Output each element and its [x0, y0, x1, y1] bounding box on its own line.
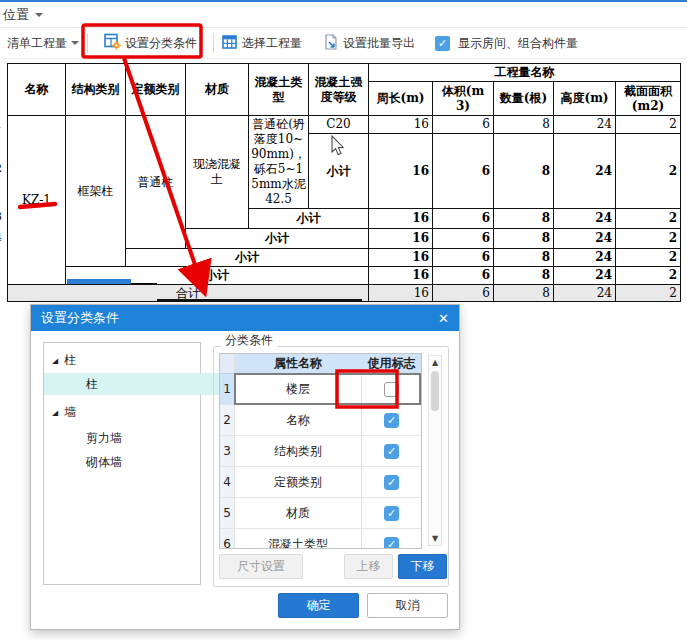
- scroll-down-icon[interactable]: ▼: [429, 534, 441, 543]
- cell-material: 现浇混凝土: [186, 116, 249, 229]
- attribute-grid-body: 1 楼层 ✓ 2 名称 ✓ 3 结构类别 ✓ 4 定额类别 ✓: [220, 374, 421, 549]
- row-number: 4: [220, 467, 235, 498]
- batch-export-button[interactable]: 设置批量导出: [318, 30, 421, 56]
- value-cell: 8: [494, 229, 554, 249]
- attribute-row[interactable]: 6 混凝土类型 ✓: [220, 529, 421, 549]
- value-cell: 8: [494, 249, 554, 267]
- value-cell: 8: [494, 285, 554, 302]
- use-flag-checkbox[interactable]: ✓: [384, 475, 399, 490]
- classification-grid-gear-icon: [104, 33, 121, 53]
- attribute-grid-header: 属性名称 使用标志: [220, 354, 421, 374]
- move-up-button[interactable]: 上移: [344, 554, 393, 579]
- col-header-material: 材质: [186, 64, 249, 116]
- subtotal-label: 小计: [249, 209, 369, 229]
- toolbar-divider: [213, 33, 214, 53]
- value-cell: 2: [616, 134, 681, 209]
- grid-scrollbar[interactable]: ▲ ▼: [428, 355, 442, 546]
- toolbar-divider-bottom: [0, 58, 687, 59]
- col-header-structure: 结构类别: [66, 64, 126, 116]
- window-accent-line: [0, 0, 687, 2]
- line-fragment: [131, 283, 157, 284]
- use-flag-checkbox[interactable]: ✓: [384, 506, 399, 521]
- set-classification-dialog: 设置分类条件 ✕ ◢ 柱 柱 ◢ 墙 剪力墙 砌体墙 分类条件: [30, 304, 460, 630]
- show-rooms-toggle[interactable]: ✓ 显示房间、组合构件量: [429, 30, 584, 56]
- col-header-perimeter: 周长(m): [369, 82, 433, 116]
- size-settings-button[interactable]: 尺寸设置: [219, 554, 303, 579]
- attribute-row[interactable]: 5 材质 ✓: [220, 498, 421, 529]
- toolbar: 清单工程量 设置分类条件: [0, 28, 687, 58]
- attribute-name: 楼层: [235, 374, 362, 405]
- value-cell: 16: [369, 229, 433, 249]
- select-quantity-button[interactable]: 选择工程量: [216, 30, 308, 56]
- col-attr-name: 属性名称: [235, 354, 362, 374]
- value-cell: 16: [369, 209, 433, 229]
- value-cell: 6: [433, 229, 494, 249]
- value-cell: 24: [554, 116, 616, 134]
- tree-group-wall[interactable]: ◢ 墙: [44, 401, 200, 423]
- value-cell: 2: [616, 116, 681, 134]
- tree-expanded-icon[interactable]: ◢: [52, 408, 58, 416]
- move-down-button[interactable]: 下移: [398, 554, 447, 579]
- app-window: 位置 清单工程量 设置: [0, 0, 687, 640]
- ok-button[interactable]: 确定: [278, 593, 359, 618]
- check-icon: ✓: [387, 539, 396, 550]
- checked-checkbox-icon[interactable]: ✓: [435, 36, 450, 51]
- value-cell: 8: [494, 209, 554, 229]
- value-cell: 6: [433, 209, 494, 229]
- value-cell: 8: [494, 134, 554, 209]
- col-header-name: 名称: [8, 64, 66, 116]
- use-flag-checkbox[interactable]: ✓: [384, 382, 399, 397]
- cancel-button[interactable]: 取消: [367, 593, 448, 618]
- scrollbar-fragment[interactable]: [67, 279, 131, 284]
- value-cell: 6: [433, 267, 494, 285]
- value-cell: 2: [616, 267, 681, 285]
- row-number: 6: [220, 529, 235, 549]
- attribute-row[interactable]: 4 定额类别 ✓: [220, 467, 421, 498]
- value-cell: 8: [494, 267, 554, 285]
- scroll-up-icon[interactable]: ▲: [429, 358, 441, 367]
- clipped-row-number: 1: [0, 118, 7, 131]
- table-grid-icon: [222, 34, 238, 53]
- value-cell: 24: [554, 285, 616, 302]
- value-cell: 24: [554, 209, 616, 229]
- menu-location-label: 位置: [3, 6, 29, 24]
- groupbox-title: 分类条件: [221, 332, 277, 349]
- attribute-name: 名称: [235, 405, 362, 436]
- cell-structure: 框架柱: [66, 116, 126, 267]
- value-cell: 24: [554, 229, 616, 249]
- list-quantity-dropdown[interactable]: 清单工程量: [1, 30, 85, 56]
- value-cell: 2: [616, 249, 681, 267]
- use-flag-checkbox[interactable]: ✓: [384, 537, 399, 550]
- attribute-row[interactable]: 2 名称 ✓: [220, 405, 421, 436]
- cell-quota: 普通柱: [126, 116, 186, 249]
- check-icon: ✓: [387, 508, 396, 519]
- attribute-grid: 属性名称 使用标志 1 楼层 ✓ 2 名称 ✓ 3 结构类别 ✓: [219, 353, 422, 549]
- tree-expanded-icon[interactable]: ◢: [52, 356, 58, 364]
- cell-concrete-type: 普通砼(坍落度10~90mm)，砾石5~15mm水泥42.5: [249, 116, 309, 209]
- col-header-volume: 体积(m3): [433, 82, 494, 116]
- use-flag-checkbox[interactable]: ✓: [384, 413, 399, 428]
- chevron-down-icon: [35, 13, 43, 17]
- dialog-title-bar[interactable]: 设置分类条件 ✕: [31, 305, 459, 331]
- attribute-row[interactable]: 3 结构类别 ✓: [220, 436, 421, 467]
- attribute-row[interactable]: 1 楼层 ✓: [220, 374, 421, 405]
- check-icon: ✓: [387, 446, 396, 457]
- attribute-name: 定额类别: [235, 467, 362, 498]
- tree-group-column[interactable]: ◢ 柱: [44, 349, 200, 371]
- row-number: 1: [220, 374, 235, 405]
- tree-item-label: 柱: [86, 376, 98, 393]
- set-classification-button[interactable]: 设置分类条件: [98, 30, 203, 56]
- show-rooms-label: 显示房间、组合构件量: [458, 35, 578, 52]
- tree-group-label: 柱: [64, 352, 76, 369]
- value-cell: 16: [369, 249, 433, 267]
- use-flag-checkbox[interactable]: ✓: [384, 444, 399, 459]
- col-header-quota: 定额类别: [126, 64, 186, 116]
- subtotal-label: 小计: [186, 229, 369, 249]
- value-cell: 8: [494, 116, 554, 134]
- tree-item-label: 砌体墙: [86, 454, 122, 471]
- close-icon[interactable]: ✕: [438, 312, 449, 325]
- value-cell: 2: [616, 285, 681, 302]
- row-number: 2: [220, 405, 235, 436]
- menu-location[interactable]: 位置: [3, 6, 43, 24]
- scrollbar-thumb[interactable]: [431, 371, 439, 411]
